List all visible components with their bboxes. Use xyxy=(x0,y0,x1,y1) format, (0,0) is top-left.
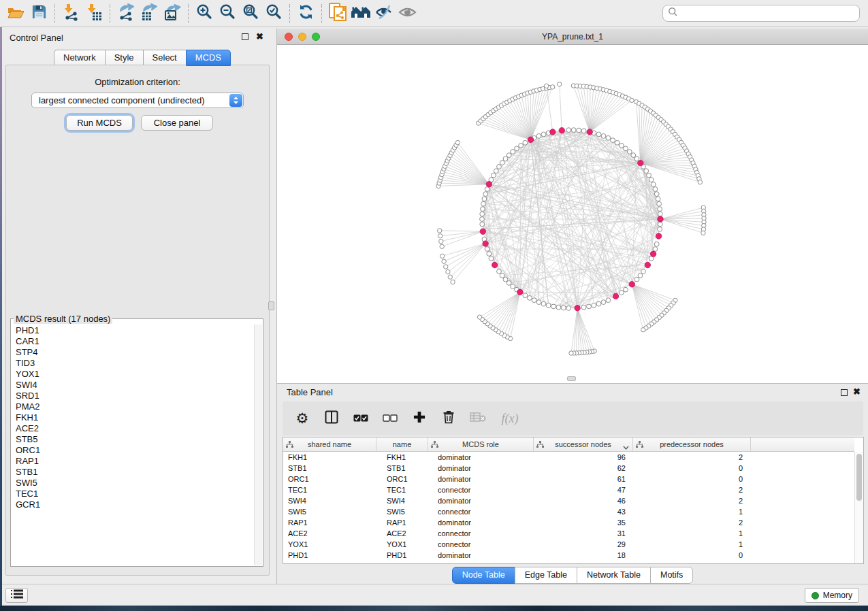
network-overview-button[interactable] xyxy=(349,3,372,24)
export-network-button[interactable] xyxy=(114,3,138,24)
export-image-button[interactable] xyxy=(161,3,184,24)
memory-button[interactable]: Memory xyxy=(805,588,859,603)
cell-MCDS-role[interactable]: dominator xyxy=(428,517,534,528)
cell-predecessor-nodes[interactable]: 0 xyxy=(633,474,751,484)
cell-shared-name[interactable]: RAP1 xyxy=(283,517,376,528)
mcds-result-item[interactable]: PHD1 xyxy=(16,325,254,336)
tab-motifs[interactable]: Motifs xyxy=(650,567,693,584)
import-table-button[interactable] xyxy=(82,3,106,24)
column-visibility-button[interactable] xyxy=(323,410,340,427)
cell-name[interactable]: TEC1 xyxy=(376,484,428,495)
cell-MCDS-role[interactable]: dominator xyxy=(428,463,534,474)
cell-successor-nodes[interactable]: 35 xyxy=(534,517,633,528)
table-row[interactable]: ORC1ORC1dominator610 xyxy=(283,474,854,484)
cell-shared-name[interactable]: SWI4 xyxy=(283,495,376,506)
tab-style[interactable]: Style xyxy=(105,50,144,66)
cell-predecessor-nodes[interactable]: 1 xyxy=(633,506,751,517)
tab-select[interactable]: Select xyxy=(143,50,187,66)
cell-shared-name[interactable]: TEC1 xyxy=(283,484,376,495)
tab-node-table[interactable]: Node Table xyxy=(452,567,515,584)
cell-successor-nodes[interactable]: 43 xyxy=(534,506,633,517)
cell-MCDS-role[interactable]: dominator xyxy=(428,474,534,484)
cell-successor-nodes[interactable]: 18 xyxy=(534,550,633,561)
toolbar-search[interactable] xyxy=(662,5,860,22)
tab-edge-table[interactable]: Edge Table xyxy=(515,567,577,584)
network-titlebar[interactable]: YPA_prune.txt_1 xyxy=(277,29,868,45)
automation-panel-button[interactable] xyxy=(5,588,28,603)
cell-predecessor-nodes[interactable]: 2 xyxy=(633,484,751,495)
hide-selected-button[interactable] xyxy=(372,3,396,24)
table-settings-button[interactable]: ⚙ xyxy=(293,410,311,427)
cell-predecessor-nodes[interactable]: 1 xyxy=(633,528,751,539)
cell-predecessor-nodes[interactable]: 2 xyxy=(633,517,751,528)
import-network-button[interactable] xyxy=(59,3,82,24)
cell-predecessor-nodes[interactable]: 2 xyxy=(633,452,751,463)
open-session-button[interactable] xyxy=(4,3,27,24)
cell-MCDS-role[interactable]: dominator xyxy=(428,495,534,506)
mcds-result-item[interactable]: CAR1 xyxy=(16,336,254,347)
mcds-result-item[interactable]: SRD1 xyxy=(16,391,254,401)
table-row[interactable]: FKH1FKH1dominator962 xyxy=(283,452,854,463)
network-graph[interactable] xyxy=(277,45,868,383)
column-header-shared-name[interactable]: shared name xyxy=(283,437,376,451)
close-icon[interactable]: ✖ xyxy=(853,386,861,397)
cell-predecessor-nodes[interactable]: 1 xyxy=(633,539,751,550)
cell-shared-name[interactable]: ORC1 xyxy=(283,474,376,484)
tab-mcds[interactable]: MCDS xyxy=(186,50,231,66)
cell-MCDS-role[interactable]: dominator xyxy=(428,452,534,463)
table-row[interactable]: SWI5SWI5connector431 xyxy=(283,506,854,517)
refresh-layout-button[interactable] xyxy=(294,3,317,24)
close-panel-button[interactable]: Close panel xyxy=(141,115,213,131)
zoom-in-button[interactable] xyxy=(193,3,216,24)
search-input[interactable] xyxy=(678,9,859,18)
cell-name[interactable]: RAP1 xyxy=(376,517,428,528)
zoom-selected-button[interactable] xyxy=(262,3,285,24)
mcds-list-scrollbar[interactable] xyxy=(254,325,262,565)
mcds-result-item[interactable]: TID3 xyxy=(16,358,254,369)
deselect-all-button[interactable] xyxy=(381,410,399,427)
select-all-button[interactable] xyxy=(352,410,370,427)
float-window-icon[interactable] xyxy=(841,389,848,396)
zoom-fit-button[interactable] xyxy=(239,3,262,24)
cell-predecessor-nodes[interactable]: 2 xyxy=(633,495,751,506)
cell-shared-name[interactable]: YOX1 xyxy=(283,539,376,550)
table-row[interactable]: STB1STB1dominator620 xyxy=(283,463,854,474)
mcds-result-item[interactable]: ACE2 xyxy=(16,423,254,434)
mcds-result-item[interactable]: YOX1 xyxy=(16,369,254,380)
cell-predecessor-nodes[interactable]: 0 xyxy=(633,463,751,474)
network-canvas[interactable] xyxy=(277,45,868,383)
mcds-result-item[interactable]: STP4 xyxy=(16,347,254,358)
cell-MCDS-role[interactable]: connector xyxy=(428,506,534,517)
vertical-splitter-handle[interactable] xyxy=(268,301,274,310)
cell-shared-name[interactable]: FKH1 xyxy=(283,452,376,463)
table-scrollbar-thumb[interactable] xyxy=(856,454,862,501)
mcds-result-item[interactable]: STB5 xyxy=(16,434,254,445)
run-mcds-button[interactable]: Run MCDS xyxy=(66,115,133,131)
table-row[interactable]: ACE2ACE2connector311 xyxy=(283,528,854,539)
mcds-result-item[interactable]: SWI5 xyxy=(16,478,254,489)
table-row[interactable]: RAP1RAP1dominator352 xyxy=(283,517,854,528)
table-row[interactable]: TEC1TEC1connector472 xyxy=(283,484,854,495)
cell-name[interactable]: ACE2 xyxy=(376,528,428,539)
cell-successor-nodes[interactable]: 62 xyxy=(534,463,633,474)
tab-network-table[interactable]: Network Table xyxy=(577,567,651,584)
cell-name[interactable]: STB1 xyxy=(376,463,428,474)
mcds-result-item[interactable]: STB1 xyxy=(16,467,254,478)
float-window-icon[interactable] xyxy=(242,33,248,40)
cell-name[interactable]: PHD1 xyxy=(376,550,428,561)
table-scrollbar[interactable] xyxy=(854,452,863,563)
mcds-result-item[interactable]: SWI4 xyxy=(16,380,254,391)
clone-network-button[interactable] xyxy=(326,3,349,24)
column-header-name[interactable]: name xyxy=(376,437,428,451)
cell-successor-nodes[interactable]: 96 xyxy=(534,452,633,463)
export-table-button[interactable] xyxy=(138,3,161,24)
cell-MCDS-role[interactable]: connector xyxy=(428,484,534,495)
mcds-result-item[interactable]: FKH1 xyxy=(16,412,254,423)
cell-name[interactable]: SWI5 xyxy=(376,506,428,517)
cell-successor-nodes[interactable]: 29 xyxy=(534,539,633,550)
mcds-result-item[interactable]: GCR1 xyxy=(16,499,254,510)
cell-successor-nodes[interactable]: 47 xyxy=(534,484,633,495)
cell-MCDS-role[interactable]: dominator xyxy=(428,550,534,561)
delete-column-button[interactable] xyxy=(440,410,457,427)
horizontal-splitter-handle[interactable] xyxy=(567,376,576,381)
